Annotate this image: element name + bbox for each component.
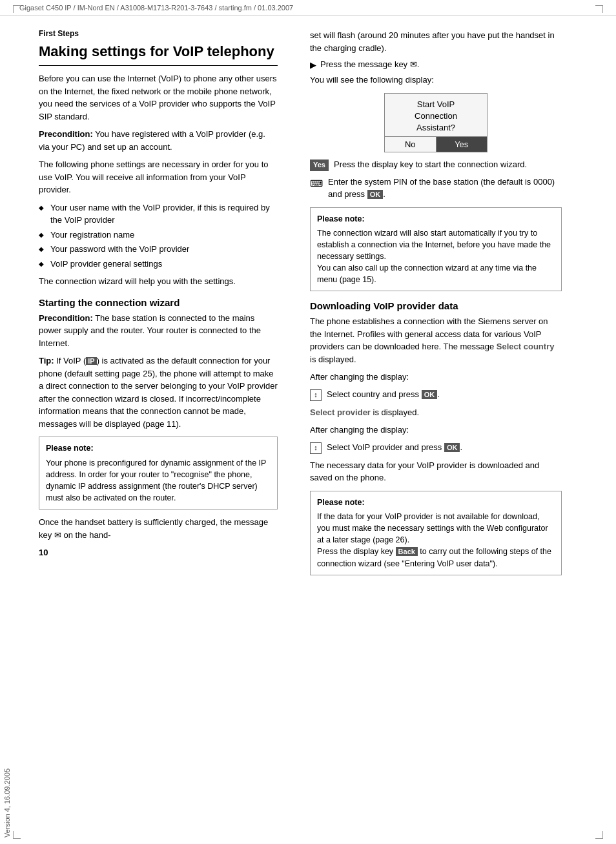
download-intro: The phone establishes a connection with … (310, 315, 562, 365)
list-item: Your user name with the VoIP provider, i… (39, 201, 278, 227)
after-display-1: After changing the display: (310, 371, 562, 384)
ok-badge-3: OK (444, 443, 460, 452)
right-column: set will flash (around 20 minutes after … (297, 16, 594, 595)
intro-paragraph: Before you can use the Internet (VoIP) t… (39, 72, 278, 123)
display-line3: Assistant? (391, 122, 480, 134)
nav-icon-2: ↕ (310, 442, 322, 454)
list-item: Your registration name (39, 229, 278, 242)
num-icon: ⌨ (310, 177, 323, 190)
note2-title: Please note: (317, 213, 555, 225)
note-box-2: Please note: The connection wizard will … (310, 207, 562, 292)
wizard-text: The connection wizard will help you with… (39, 275, 278, 288)
press-msg-label: Press the message key ✉. (320, 59, 419, 69)
yes-key-row: Yes Press the display key to start the c… (310, 159, 562, 171)
tip-text2: ) is activated as the default connection… (39, 356, 278, 429)
press-message-key: ▶ Press the message key ✉. (310, 59, 562, 70)
note-box-3: Please note: If the data for your VoIP p… (310, 491, 562, 575)
nav-icon-1: ↕ (310, 389, 322, 401)
num-key-text: Enter the system PIN of the base station… (328, 176, 562, 201)
ok-badge-1: OK (367, 190, 384, 199)
note1-text: Your phone is preconfigured for dynamic … (46, 457, 271, 504)
handset-text: Once the handset battery is sufficiently… (39, 516, 278, 541)
precondition-label: Precondition: (39, 129, 93, 139)
display-btn-yes: Yes (436, 137, 488, 152)
note1-title: Please note: (46, 442, 271, 454)
wizard-heading: Starting the connection wizard (39, 297, 278, 308)
tip-paragraph: Tip: If VoIP (IP) is activated as the de… (39, 355, 278, 430)
select-provider-text: Select provider (310, 407, 371, 417)
nav1-row: ↕ Select country and press OK. (310, 389, 562, 401)
note-box-1: Please note: Your phone is preconfigured… (39, 437, 278, 509)
select-country-text: Select country (497, 342, 555, 351)
nav2-row: ↕ Select VoIP provider and press OK. (310, 442, 562, 454)
note3-title: Please note: (317, 497, 555, 508)
download-end: The necessary data for your VoIP provide… (310, 459, 562, 484)
precondition-paragraph: Precondition: You have registered with a… (39, 128, 278, 153)
back-badge: Back (396, 547, 418, 556)
ip-badge: IP (86, 357, 96, 365)
requirements-list: Your user name with the VoIP provider, i… (39, 201, 278, 271)
note3-text: If the data for your VoIP provider is no… (317, 511, 555, 570)
display-content: Start VoIP Connection Assistant? (385, 94, 487, 137)
ok-badge-2: OK (422, 390, 438, 399)
wizard-precondition: Precondition: The base station is connec… (39, 312, 278, 350)
left-column: First Steps Making settings for VoIP tel… (0, 16, 297, 595)
yes-badge: Yes (310, 160, 329, 171)
after-display-2: After changing the display: (310, 424, 562, 437)
wizard-precondition-label: Precondition: (39, 313, 93, 323)
list-item: VoIP provider general settings (39, 258, 278, 271)
display-line2: Connection (391, 110, 480, 122)
display-btn-no: No (385, 137, 436, 152)
select-provider-line: Select provider is displayed. (310, 406, 562, 419)
page-number: 10 (39, 548, 278, 557)
tip-text: If VoIP ( (54, 356, 87, 365)
display-buttons: No Yes (385, 136, 487, 152)
right-intro: set will flash (around 20 minutes after … (310, 29, 562, 54)
arrow-icon: ▶ (310, 60, 316, 70)
num-key-row: ⌨ Enter the system PIN of the base stati… (310, 176, 562, 201)
nav2-text: Select VoIP provider and press OK. (327, 442, 462, 454)
yes-key-text: Press the display key to start the conne… (334, 159, 527, 171)
info-text: The following phone settings are necessa… (39, 158, 278, 196)
list-item: Your password with the VoIP provider (39, 243, 278, 256)
side-label: Version 4, 16.09.2005 (0, 762, 14, 844)
display-line1: Start VoIP (391, 99, 480, 110)
nav1-text: Select country and press OK. (327, 389, 440, 401)
section-label: First Steps (39, 29, 278, 38)
page-title: Making settings for VoIP telephony (39, 43, 278, 60)
display-label: You will see the following display: (310, 74, 562, 87)
page-header: Gigaset C450 IP / IM-Nord EN / A31008-M1… (0, 0, 616, 16)
note2-text: The connection wizard will also start au… (317, 227, 555, 286)
tip-label: Tip: (39, 356, 54, 365)
device-display: Start VoIP Connection Assistant? No Yes (384, 93, 488, 153)
download-heading: Downloading VoIP provider data (310, 300, 562, 311)
